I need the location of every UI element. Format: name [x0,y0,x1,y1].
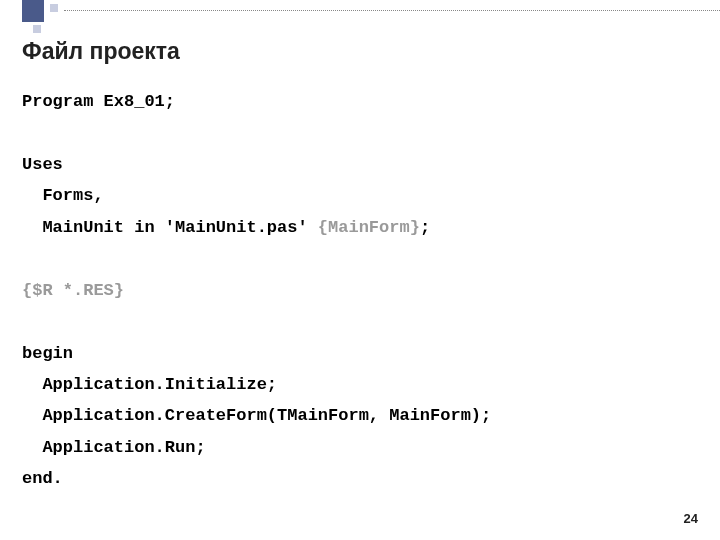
code-comment: {MainForm} [318,218,420,237]
code-line: Application.Initialize; [22,375,277,394]
accent-square-large [22,0,44,22]
code-line: end. [22,469,63,488]
accent-square-small [50,4,58,12]
code-line: MainUnit in 'MainUnit.pas' [22,218,318,237]
code-line: Forms, [22,186,104,205]
slide-title: Файл проекта [22,38,180,65]
divider-dotted [64,10,720,12]
code-line: Program Ex8_01; [22,92,175,111]
code-line: ; [420,218,430,237]
accent-square-small [33,25,41,33]
code-line: Application.Run; [22,438,206,457]
page-number: 24 [684,511,698,526]
code-directive: {$R *.RES} [22,281,124,300]
code-block: Program Ex8_01; Uses Forms, MainUnit in … [22,86,491,495]
code-line: Uses [22,155,63,174]
code-line: begin [22,344,73,363]
code-line: Application.CreateForm(TMainForm, MainFo… [22,406,491,425]
